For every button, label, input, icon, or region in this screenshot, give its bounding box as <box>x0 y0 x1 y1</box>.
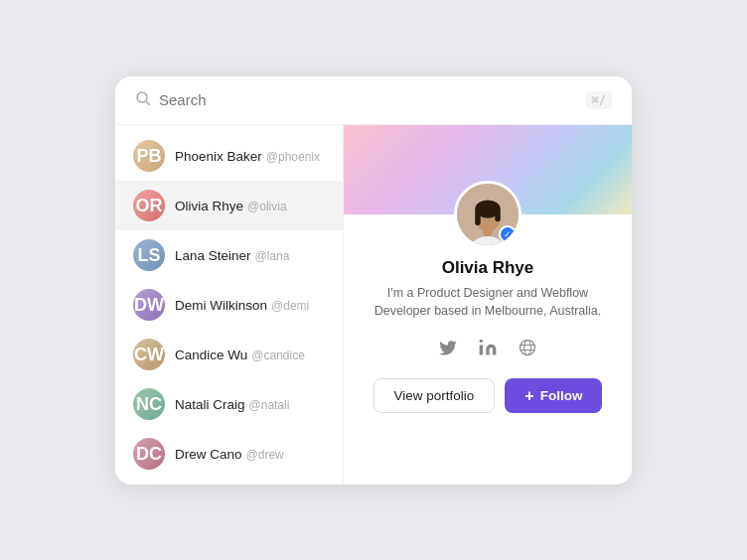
social-icons <box>374 335 603 360</box>
user-list-item[interactable]: NCNatali Craig@natali <box>115 379 343 429</box>
user-avatar: LS <box>133 239 165 271</box>
user-list-item[interactable]: CWCandice Wu@candice <box>115 330 343 379</box>
verified-badge: ✓ <box>499 225 517 243</box>
search-bar: ⌘/ <box>115 76 632 125</box>
user-avatar: DC <box>133 438 165 470</box>
user-name: Natali Craig@natali <box>175 395 289 413</box>
search-icon <box>135 90 151 110</box>
linkedin-icon[interactable] <box>475 335 501 360</box>
user-list-item[interactable]: OROlivia Rhye@olivia <box>115 181 343 230</box>
svg-point-9 <box>480 340 483 343</box>
user-name: Lana Steiner@lana <box>175 246 289 264</box>
user-name: Phoenix Baker@phoenix <box>175 147 320 165</box>
profile-panel: ✓ Olivia Rhye I'm a Product Designer and… <box>344 125 632 485</box>
user-list-item[interactable]: DWDemi Wilkinson@demi <box>115 280 343 330</box>
profile-name: Olivia Rhye <box>374 258 603 278</box>
search-input[interactable] <box>159 91 578 108</box>
dribbble-icon[interactable] <box>515 335 540 360</box>
search-shortcut: ⌘/ <box>586 91 612 109</box>
svg-line-1 <box>146 101 150 105</box>
user-name: Candice Wu@candice <box>175 346 305 363</box>
profile-banner: ✓ <box>344 125 632 214</box>
user-avatar: CW <box>133 339 165 370</box>
user-avatar: NC <box>133 388 165 420</box>
user-list-item[interactable]: PBPhoenix Baker@phoenix <box>115 131 343 181</box>
user-list-item[interactable]: LSLana Steiner@lana <box>115 230 343 280</box>
user-list: PBPhoenix Baker@phoenixOROlivia Rhye@oli… <box>115 125 344 485</box>
user-avatar: OR <box>133 190 165 221</box>
plus-icon: + <box>524 388 533 404</box>
user-name: Drew Cano@drew <box>175 445 284 463</box>
profile-info: Olivia Rhye I'm a Product Designer and W… <box>354 258 623 434</box>
user-avatar: DW <box>133 289 165 321</box>
user-name: Demi Wilkinson@demi <box>175 296 309 314</box>
svg-rect-7 <box>475 209 480 224</box>
profile-avatar: ✓ <box>454 181 522 248</box>
view-portfolio-button[interactable]: View portfolio <box>374 378 496 413</box>
main-card: ⌘/ PBPhoenix Baker@phoenixOROlivia Rhye@… <box>115 76 632 485</box>
profile-bio: I'm a Product Designer and WebflowDevelo… <box>374 284 603 322</box>
twitter-icon[interactable] <box>435 335 461 360</box>
user-avatar: PB <box>133 140 165 172</box>
action-buttons: View portfolio + Follow <box>374 378 603 413</box>
follow-button[interactable]: + Follow <box>505 378 602 413</box>
profile-avatar-wrapper: ✓ <box>454 181 522 248</box>
svg-point-11 <box>524 341 531 355</box>
svg-point-10 <box>520 341 534 355</box>
user-name: Olivia Rhye@olivia <box>175 197 287 214</box>
follow-label: Follow <box>540 388 583 403</box>
user-list-item[interactable]: DCDrew Cano@drew <box>115 429 343 479</box>
main-content: PBPhoenix Baker@phoenixOROlivia Rhye@oli… <box>115 125 632 485</box>
svg-rect-8 <box>495 209 500 221</box>
